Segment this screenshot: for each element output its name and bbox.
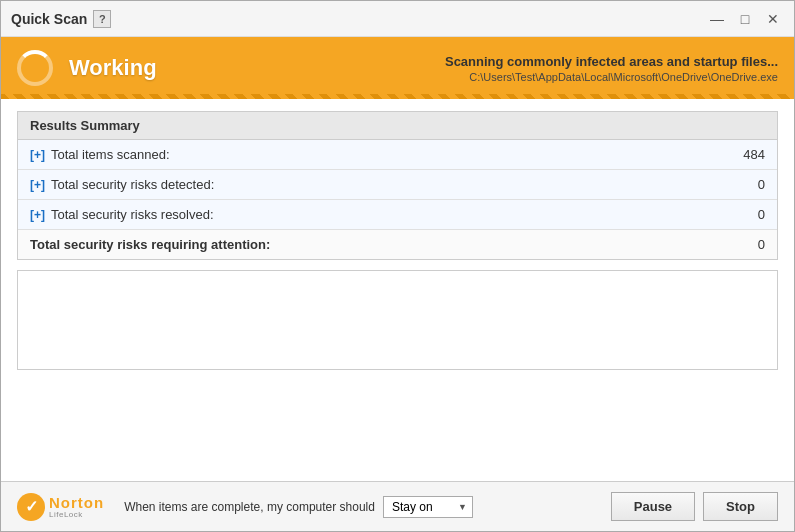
row-label-4: Total security risks requiring attention… [30,237,725,252]
completion-select-wrapper: Stay on Shut down Restart Sleep [383,496,473,518]
norton-brand-label: Norton [49,495,104,510]
expand-icon-1[interactable]: [+] [30,148,45,162]
row-label-3: Total security risks resolved: [51,207,725,222]
norton-checkmark-icon: ✓ [17,493,45,521]
main-window: Quick Scan ? — □ ✕ Working Scanning comm… [0,0,795,532]
results-summary-header: Results Summary [18,112,777,140]
title-bar: Quick Scan ? — □ ✕ [1,1,794,37]
status-bar: Working Scanning commonly infected areas… [1,37,794,99]
footer-left: ✓ Norton LifeLock [17,493,104,521]
window-title: Quick Scan [11,11,87,27]
window-controls: — □ ✕ [706,8,784,30]
footer-right: Pause Stop [611,492,778,521]
footer: ✓ Norton LifeLock When items are complet… [1,481,794,531]
row-value-3: 0 [725,207,765,222]
norton-sub-label: LifeLock [49,510,104,519]
expand-icon-3[interactable]: [+] [30,208,45,222]
expand-icon-2[interactable]: [+] [30,178,45,192]
close-button[interactable]: ✕ [762,8,784,30]
table-row: [+] Total security risks detected: 0 [18,170,777,200]
table-row: [+] Total items scanned: 484 [18,140,777,170]
working-label: Working [69,55,429,81]
scanning-primary-text: Scanning commonly infected areas and sta… [445,54,778,69]
working-spinner [17,50,53,86]
title-bar-title: Quick Scan ? [11,10,706,28]
scanning-secondary-text: C:\Users\Test\AppData\Local\Microsoft\On… [445,71,778,83]
norton-text: Norton LifeLock [49,495,104,519]
table-row: Total security risks requiring attention… [18,230,777,259]
pause-button[interactable]: Pause [611,492,695,521]
results-summary-box: Results Summary [+] Total items scanned:… [17,111,778,260]
stop-button[interactable]: Stop [703,492,778,521]
row-label-2: Total security risks detected: [51,177,725,192]
completion-label: When items are complete, my computer sho… [124,500,375,514]
completion-select[interactable]: Stay on Shut down Restart Sleep [383,496,473,518]
norton-logo: ✓ Norton LifeLock [17,493,104,521]
detail-area [17,270,778,370]
row-value-2: 0 [725,177,765,192]
row-value-1: 484 [725,147,765,162]
help-button[interactable]: ? [93,10,111,28]
row-label-1: Total items scanned: [51,147,725,162]
table-row: [+] Total security risks resolved: 0 [18,200,777,230]
minimize-button[interactable]: — [706,8,728,30]
results-area: Results Summary [+] Total items scanned:… [1,99,794,481]
scan-status-details: Scanning commonly infected areas and sta… [445,54,778,83]
row-value-4: 0 [725,237,765,252]
maximize-button[interactable]: □ [734,8,756,30]
